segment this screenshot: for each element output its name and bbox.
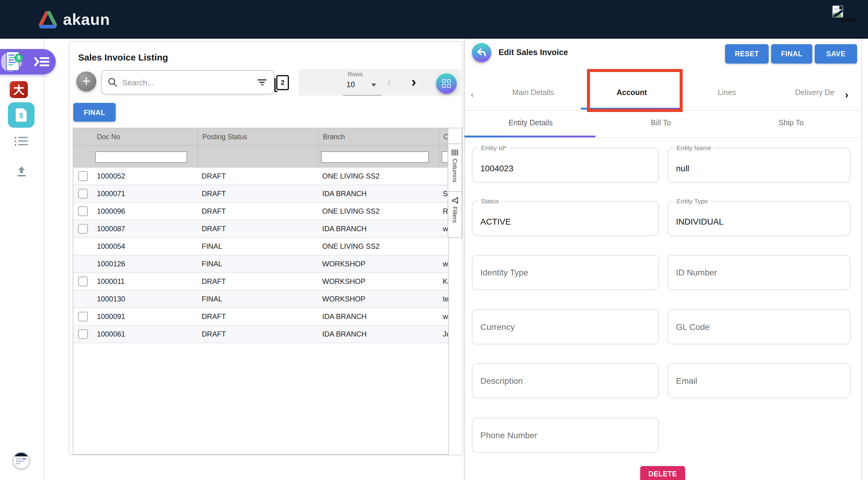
- app-root: akaun user $: [0, 0, 868, 480]
- brand-name: akaun: [63, 9, 110, 30]
- row-checkbox[interactable]: [78, 329, 88, 339]
- field-label: Entity Type: [674, 197, 711, 205]
- mini-preview-widget[interactable]: [13, 452, 30, 469]
- upload-icon: [16, 166, 27, 177]
- form-field[interactable]: Currency: [472, 309, 659, 344]
- table-row[interactable]: 1000011 DRAFT WORKSHOP Ka: [73, 273, 448, 290]
- field-label: Entity Id*: [478, 144, 509, 151]
- form-field[interactable]: Entity Type INDIVIDUAL: [668, 201, 850, 236]
- row-checkbox[interactable]: [78, 277, 88, 286]
- cell-branch: IDA BRANCH: [318, 312, 438, 321]
- subtab-entity-details[interactable]: Entity Details: [508, 118, 553, 127]
- table-header-row: Doc No Posting Status Branch Cu: [73, 128, 448, 145]
- tab-lines[interactable]: Lines: [718, 89, 736, 97]
- add-invoice-button[interactable]: +: [76, 71, 96, 92]
- columns-icon: [451, 149, 459, 156]
- back-button[interactable]: [472, 43, 491, 62]
- prev-page-button[interactable]: ‹: [387, 74, 392, 90]
- sidebar-item-invoice-active[interactable]: $: [0, 49, 56, 74]
- cell-doc-no: 1000096: [93, 207, 197, 215]
- form-field[interactable]: Entity Id* 1004023: [472, 148, 659, 183]
- filter-list-icon[interactable]: [257, 79, 267, 85]
- final-bulk-button[interactable]: FINAL: [73, 103, 116, 122]
- sidebar-item-upload[interactable]: [16, 166, 27, 180]
- table-row[interactable]: 1000096 DRAFT ONE LIVING SS2 Re: [73, 203, 448, 220]
- sidebar-toggle-icon[interactable]: [34, 56, 50, 68]
- search-icon: [108, 77, 118, 87]
- table-row[interactable]: 1000091 DRAFT IDA BRANCH wa: [73, 308, 448, 325]
- grid-view-button[interactable]: [436, 73, 457, 94]
- tab-main-details[interactable]: Main Details: [512, 89, 554, 97]
- cell-cu: Ka: [438, 277, 448, 286]
- row-checkbox[interactable]: [78, 224, 88, 234]
- table-corner-box: [447, 128, 462, 144]
- sidebar-item-da-app[interactable]: [10, 81, 28, 98]
- sidebar-item-listing[interactable]: [14, 137, 28, 147]
- tab-delivery-details[interactable]: Delivery De: [795, 89, 834, 97]
- row-checkbox[interactable]: [78, 206, 88, 216]
- final-button[interactable]: FINAL: [771, 44, 812, 64]
- top-bar: akaun user: [0, 0, 868, 39]
- active-subtab-indicator: [465, 136, 595, 137]
- table-row[interactable]: 1000054 FINAL ONE LIVING SS2: [73, 238, 448, 255]
- table-row[interactable]: 1000052 DRAFT ONE LIVING SS2: [73, 168, 448, 185]
- rows-per-page-select[interactable]: 10: [346, 80, 355, 89]
- cell-posting-status: FINAL: [197, 242, 318, 250]
- branch-filter-input[interactable]: [321, 151, 429, 163]
- table-row[interactable]: 1000061 DRAFT IDA BRANCH Jo: [73, 325, 448, 343]
- form-field[interactable]: Identity Type: [472, 255, 659, 290]
- filters-side-tab[interactable]: Filters: [447, 191, 462, 238]
- tabs-scroll-left-icon[interactable]: ‹: [471, 89, 474, 99]
- sidebar-item-billing[interactable]: $: [8, 102, 34, 128]
- cell-cu: wa: [438, 260, 448, 268]
- next-page-button[interactable]: ›: [411, 73, 416, 90]
- cell-posting-status: DRAFT: [197, 277, 318, 286]
- form-field[interactable]: GL Code: [668, 309, 850, 344]
- brand-logo[interactable]: akaun: [37, 9, 110, 30]
- doc-no-filter-input[interactable]: [95, 151, 187, 163]
- row-checkbox[interactable]: [78, 312, 88, 321]
- reset-button[interactable]: RESET: [725, 44, 769, 64]
- form-field[interactable]: Entity Name null: [668, 148, 850, 183]
- invoice-doc-icon: $: [16, 108, 27, 122]
- subtab-bill-to[interactable]: Bill To: [651, 118, 671, 127]
- cell-doc-no: 1000126: [93, 260, 197, 268]
- header-cu[interactable]: Cu: [438, 128, 449, 145]
- header-posting-status[interactable]: Posting Status: [197, 128, 318, 145]
- table-row[interactable]: 1000087 DRAFT IDA BRANCH wa: [73, 220, 448, 238]
- header-doc-no[interactable]: Doc No: [93, 133, 197, 140]
- grid-icon: [442, 79, 451, 88]
- form-field[interactable]: Email: [668, 363, 850, 398]
- row-checkbox[interactable]: [78, 171, 88, 181]
- row-checkbox[interactable]: [78, 189, 88, 199]
- columns-side-tab[interactable]: Columns: [447, 143, 462, 192]
- field-value: null: [676, 164, 689, 173]
- form-field[interactable]: Phone Number: [472, 418, 659, 453]
- rows-select-caret-icon[interactable]: [371, 83, 376, 87]
- table-row[interactable]: 1000130 FINAL WORKSHOP te: [73, 290, 448, 308]
- cell-posting-status: FINAL: [197, 295, 318, 303]
- cell-branch: ONE LIVING SS2: [318, 172, 438, 180]
- back-arrow-icon: [476, 48, 487, 58]
- form-field[interactable]: Status ACTIVE: [472, 201, 659, 236]
- search-box[interactable]: Search...: [101, 70, 274, 95]
- form-field[interactable]: ID Number: [668, 255, 850, 290]
- save-button[interactable]: SAVE: [815, 44, 857, 64]
- duplicate-view-icon[interactable]: 2: [276, 75, 289, 90]
- table-row[interactable]: 1000071 DRAFT IDA BRANCH Si: [73, 185, 448, 203]
- cell-cu: Jo: [438, 330, 448, 338]
- cell-branch: WORKSHOP: [318, 260, 438, 268]
- field-value: 1004023: [480, 164, 513, 173]
- cell-doc-no: 1000054: [93, 242, 197, 250]
- cell-posting-status: DRAFT: [197, 207, 318, 215]
- header-branch[interactable]: Branch: [318, 128, 438, 145]
- table-row[interactable]: 1000126 FINAL WORKSHOP wa: [73, 255, 448, 273]
- subtab-ship-to[interactable]: Ship To: [779, 118, 804, 127]
- sub-tabs: Entity Details Bill To Ship To: [465, 110, 861, 138]
- user-avatar[interactable]: user: [832, 5, 866, 26]
- cell-branch: ONE LIVING SS2: [318, 242, 438, 250]
- filters-label: Filters: [452, 206, 458, 223]
- form-field[interactable]: Description: [472, 363, 659, 398]
- tabs-scroll-right-icon[interactable]: ›: [842, 88, 851, 102]
- delete-button[interactable]: DELETE: [640, 466, 685, 480]
